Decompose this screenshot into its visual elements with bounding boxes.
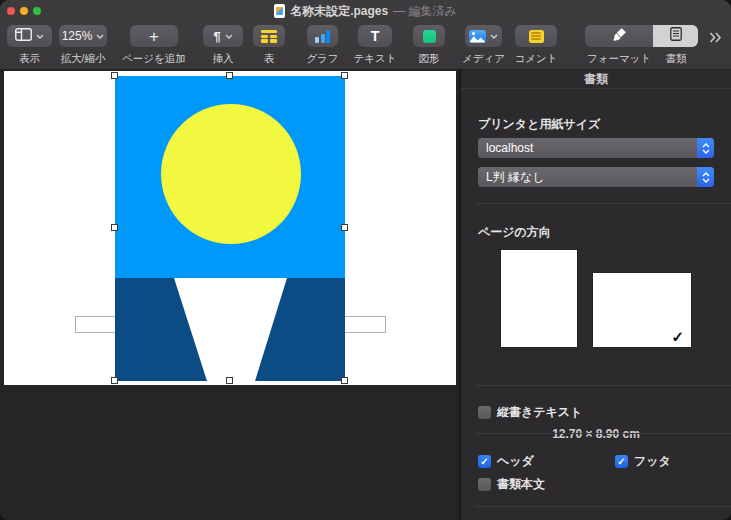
- shape-label: 図形: [419, 52, 440, 66]
- plus-icon: +: [149, 28, 159, 45]
- header-label: ヘッダ: [497, 453, 534, 470]
- table-icon: [261, 30, 277, 43]
- inspector-header: 書類: [461, 70, 731, 89]
- document-body-checkbox[interactable]: [478, 478, 491, 491]
- chart-label: グラフ: [306, 52, 338, 66]
- media-button-group: メディア: [465, 25, 502, 47]
- vertical-text-checkbox[interactable]: [478, 406, 491, 419]
- paper-size-select-value: L判 縁なし: [486, 169, 545, 186]
- image-yellow-circle: [161, 104, 301, 244]
- selection-handle-bottom-left[interactable]: [111, 377, 118, 384]
- media-button[interactable]: [465, 25, 502, 47]
- image-white-trapezoid: [115, 278, 345, 381]
- divider: [475, 203, 731, 204]
- document-body-checkbox-row: 書類本文: [478, 478, 545, 491]
- view-button-group: 表示: [7, 25, 52, 47]
- chart-button-group: グラフ: [307, 25, 338, 47]
- header-checkbox-row: ヘッダ: [478, 455, 534, 468]
- view-label: 表示: [19, 52, 40, 66]
- paper-size-select[interactable]: L判 縁なし: [478, 167, 714, 187]
- text-button-group: T テキスト: [358, 25, 392, 47]
- document-page[interactable]: [4, 71, 456, 385]
- document-icon: [670, 27, 682, 45]
- add-page-label: ページを追加: [122, 52, 186, 66]
- chevron-down-icon: [36, 34, 44, 39]
- chevron-down-icon: [490, 34, 498, 39]
- text-label: テキスト: [354, 52, 397, 66]
- orientation-portrait-option[interactable]: [501, 250, 577, 347]
- footer-checkbox-row: フッタ: [615, 455, 671, 468]
- selection-handle-top-left[interactable]: [111, 72, 118, 79]
- view-button[interactable]: [7, 25, 52, 47]
- inspector-segmented-control: [585, 25, 698, 47]
- add-page-button[interactable]: +: [130, 25, 178, 47]
- printer-select[interactable]: localhost: [478, 138, 714, 158]
- footer-checkbox[interactable]: [615, 455, 628, 468]
- printer-select-value: localhost: [486, 141, 533, 155]
- footer-label: フッタ: [634, 453, 671, 470]
- window-title: 名称未設定.pages — 編集済み: [0, 0, 731, 22]
- image-navy-area: [115, 278, 345, 381]
- titlebar: 名称未設定.pages — 編集済み: [0, 0, 731, 22]
- document-tab[interactable]: [653, 25, 698, 47]
- divider: [475, 433, 731, 434]
- selection-handle-middle-left[interactable]: [111, 224, 118, 231]
- document-inspector-panel: 書類 プリンタと用紙サイズ localhost L判 縁なし ページの方向 ✓ …: [459, 70, 731, 520]
- printer-section-title: プリンタと用紙サイズ: [478, 116, 600, 133]
- selected-image[interactable]: [115, 76, 345, 381]
- text-button[interactable]: T: [358, 25, 392, 47]
- orientation-section-title: ページの方向: [478, 224, 551, 241]
- orientation-landscape-option[interactable]: ✓: [593, 273, 691, 347]
- pages-window: 名称未設定.pages — 編集済み 表示 125%: [0, 0, 731, 520]
- document-edited-status: — 編集済み: [393, 3, 457, 20]
- format-tab[interactable]: [585, 25, 653, 47]
- selection-handle-bottom-center[interactable]: [226, 377, 233, 384]
- insert-button-group: ¶ 挿入: [203, 25, 243, 47]
- vertical-text-checkbox-row: 縦書きテキスト: [478, 406, 582, 419]
- header-checkbox[interactable]: [478, 455, 491, 468]
- divider: [475, 385, 731, 386]
- page-size-value: 12.70 × 8.90 cm: [461, 427, 731, 441]
- toolbar: 表示 125% 拡大/縮小 + ページを追加 ¶: [0, 22, 731, 70]
- photo-icon: [469, 30, 486, 43]
- selection-handle-top-center[interactable]: [226, 72, 233, 79]
- document-tab-label: 書類: [666, 52, 687, 66]
- text-icon: T: [371, 28, 380, 44]
- insert-button[interactable]: ¶: [203, 25, 243, 47]
- comment-label: コメント: [515, 52, 558, 66]
- document-body-label: 書類本文: [497, 476, 545, 493]
- stepper-arrows-icon: [697, 167, 714, 187]
- zoom-value: 125%: [62, 29, 93, 43]
- toolbar-overflow-button[interactable]: [709, 29, 722, 47]
- pilcrow-icon: ¶: [213, 29, 220, 44]
- bar-chart-icon: [315, 30, 331, 43]
- format-label: フォーマット: [587, 52, 651, 66]
- shape-button[interactable]: [413, 25, 445, 47]
- table-button-group: 表: [253, 25, 285, 47]
- chevron-down-icon: [96, 34, 104, 39]
- paintbrush-icon: [612, 27, 627, 46]
- table-button[interactable]: [253, 25, 285, 47]
- zoom-button[interactable]: 125%: [59, 25, 107, 47]
- chart-button[interactable]: [307, 25, 338, 47]
- chevron-down-icon: [225, 34, 233, 39]
- orientation-selected-check-icon: ✓: [671, 328, 684, 346]
- zoom-button-group: 125% 拡大/縮小: [59, 25, 107, 47]
- selection-handle-bottom-right[interactable]: [341, 377, 348, 384]
- document-title: 名称未設定.pages: [290, 3, 388, 20]
- table-label: 表: [264, 52, 275, 66]
- vertical-text-label: 縦書きテキスト: [497, 404, 582, 421]
- sidebar-panel-icon: [15, 27, 32, 45]
- double-chevron-right-icon: [709, 29, 722, 46]
- add-page-button-group: + ページを追加: [130, 25, 178, 47]
- selection-handle-middle-right[interactable]: [341, 224, 348, 231]
- stepper-arrows-icon: [697, 138, 714, 158]
- selection-handle-top-right[interactable]: [341, 72, 348, 79]
- comment-button-group: コメント: [515, 25, 557, 47]
- zoom-label: 拡大/縮小: [61, 52, 106, 66]
- comment-button[interactable]: [515, 25, 557, 47]
- shape-icon: [423, 30, 436, 43]
- media-label: メディア: [462, 52, 505, 66]
- divider: [475, 506, 731, 507]
- document-canvas[interactable]: [0, 70, 459, 520]
